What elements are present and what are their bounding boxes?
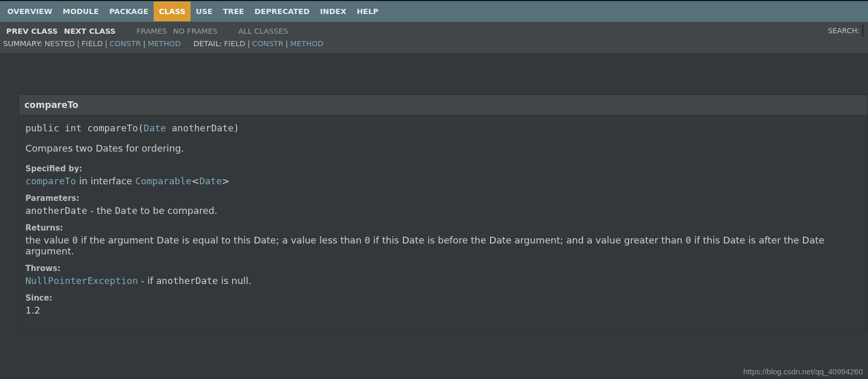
search-box: SEARCH:: [828, 25, 864, 36]
nav-help[interactable]: HELP: [351, 2, 384, 21]
since-value: 1.2: [25, 305, 861, 316]
throws-value: NullPointerException - if anotherDate is…: [25, 275, 861, 286]
detail-label: DETAIL:: [193, 39, 224, 48]
top-nav: OVERVIEW MODULE PACKAGE CLASS USE TREE D…: [0, 0, 868, 22]
since-label: Since:: [25, 293, 861, 303]
nav-package[interactable]: PACKAGE: [104, 2, 153, 21]
frames-link[interactable]: FRAMES: [133, 25, 170, 37]
specified-by-label: Specified by:: [25, 164, 861, 173]
content: compareTo public int compareTo(Date anot…: [0, 94, 868, 331]
nav-module[interactable]: MODULE: [58, 2, 104, 21]
nav-use[interactable]: USE: [191, 2, 218, 21]
parameters-label: Parameters:: [25, 194, 861, 203]
summary-label: SUMMARY:: [3, 39, 45, 48]
method-signature: public int compareTo(Date anotherDate): [25, 123, 861, 133]
parameters-value: anotherDate - the Date to be compared.: [25, 205, 861, 216]
method-description: Compares two Dates for ordering.: [25, 143, 861, 154]
throws-label: Throws:: [25, 264, 861, 273]
search-input[interactable]: [862, 25, 864, 36]
no-frames-link[interactable]: NO FRAMES: [170, 25, 221, 37]
param-type-link[interactable]: Date: [144, 123, 166, 133]
throws-exception-link[interactable]: NullPointerException: [25, 275, 138, 286]
specified-by-interface-link[interactable]: Comparable: [135, 175, 191, 186]
nav-class[interactable]: CLASS: [154, 2, 191, 21]
summary-field: FIELD: [82, 39, 103, 48]
detail-method-link[interactable]: METHOD: [290, 39, 323, 48]
summary-constr-link[interactable]: CONSTR: [110, 39, 141, 48]
method-detail-block: compareTo public int compareTo(Date anot…: [19, 94, 868, 331]
next-class-link[interactable]: NEXT CLASS: [61, 25, 119, 37]
nav-index[interactable]: INDEX: [315, 2, 351, 21]
nav-tree[interactable]: TREE: [218, 2, 249, 21]
returns-value: the value 0 if the argument Date is equa…: [25, 235, 861, 256]
search-label: SEARCH:: [828, 26, 860, 35]
specified-by-type-link[interactable]: Date: [199, 175, 222, 186]
sub-nav: PREV CLASS NEXT CLASS FRAMES NO FRAMES A…: [0, 22, 868, 53]
nav-deprecated[interactable]: DEPRECATED: [249, 2, 315, 21]
nav-overview[interactable]: OVERVIEW: [2, 2, 58, 21]
detail-constr-link[interactable]: CONSTR: [252, 39, 284, 48]
returns-label: Returns:: [25, 223, 861, 233]
specified-by-method-link[interactable]: compareTo: [25, 175, 76, 186]
summary-nested: NESTED: [45, 39, 75, 48]
prev-class-link[interactable]: PREV CLASS: [3, 25, 61, 37]
method-name-header: compareTo: [19, 95, 867, 115]
all-classes-link[interactable]: ALL CLASSES: [235, 25, 291, 37]
summary-method-link[interactable]: METHOD: [147, 39, 181, 48]
specified-by-value: compareTo in interface Comparable<Date>: [25, 175, 861, 186]
detail-field: FIELD: [224, 39, 246, 48]
watermark-text: https://blog.csdn.net/qq_40994260: [743, 367, 863, 376]
